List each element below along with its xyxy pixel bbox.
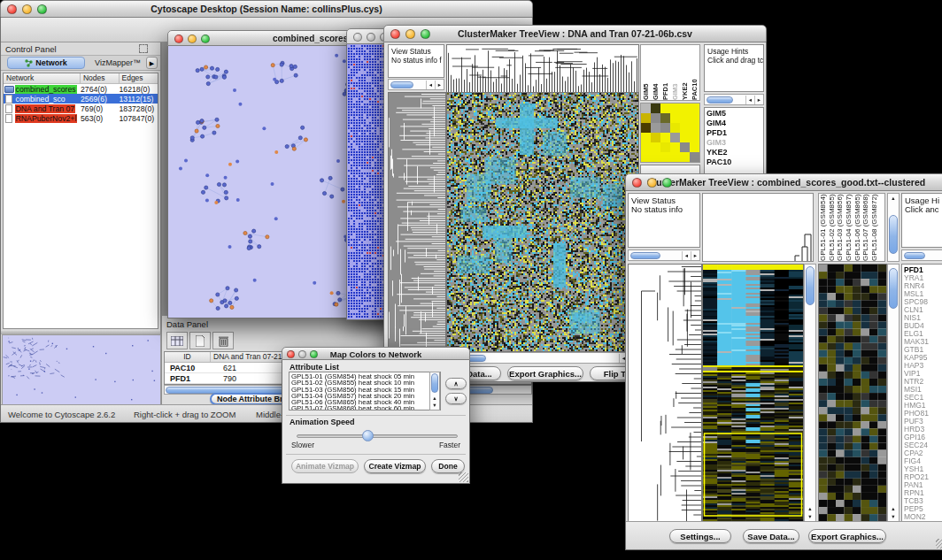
slider-thumb[interactable] xyxy=(362,430,374,441)
gene-label[interactable]: YKE2 xyxy=(705,148,763,157)
data-panel-delete-icon[interactable] xyxy=(212,332,234,349)
scroll-up-icon[interactable]: ▴ xyxy=(805,505,815,512)
matrix-cell[interactable] xyxy=(660,104,670,113)
tv2-heatmap[interactable] xyxy=(702,264,804,522)
close-button[interactable] xyxy=(287,350,295,358)
scroll-down-icon[interactable]: ▾ xyxy=(805,513,815,520)
matrix-cell[interactable] xyxy=(641,133,651,142)
minimize-button[interactable] xyxy=(22,4,32,14)
network-list-row[interactable]: RNAPuberNov2+l563(0)107847(0) xyxy=(4,113,158,123)
tv2-status-hscrollbar[interactable]: ◂ ▸ xyxy=(628,249,700,261)
matrix-cell[interactable] xyxy=(651,142,660,152)
close-button[interactable] xyxy=(632,178,642,188)
dialog-titlebar[interactable]: Map Colors to Network xyxy=(282,347,470,360)
tv1-export-graphics-button[interactable]: Export Graphics... xyxy=(507,366,583,380)
matrix-cell[interactable] xyxy=(651,104,660,113)
matrix-cell[interactable] xyxy=(670,104,680,113)
tv2-genelist-vscrollbar[interactable]: ▴ ▾ xyxy=(887,264,900,522)
gene-label[interactable]: MON2 xyxy=(902,513,942,521)
matrix-cell[interactable] xyxy=(680,133,690,142)
matrix-cell[interactable] xyxy=(641,104,651,113)
matrix-cell[interactable] xyxy=(680,104,690,113)
tv2-hints-hscrollbar[interactable] xyxy=(901,249,942,261)
gene-label[interactable]: GIM3 xyxy=(705,138,763,148)
treeview2-titlebar[interactable]: ClusterMaker TreeView : combined_scores_… xyxy=(625,173,942,191)
attribute-list-vscrollbar[interactable]: ▴ ▾ xyxy=(429,372,440,410)
tv2-export-graphics-button[interactable]: Export Graphics... xyxy=(808,529,886,543)
network-list-row[interactable]: combined_scores2764(0)16218(0) xyxy=(4,84,158,94)
tv1-heatmap-hscrollbar[interactable]: ◂ ▸ xyxy=(446,352,637,364)
tab-network[interactable]: Network xyxy=(7,57,85,69)
resize-grip[interactable] xyxy=(936,539,942,548)
zoom-button[interactable] xyxy=(421,29,430,39)
done-button[interactable]: Done xyxy=(431,459,465,473)
scroll-right-icon[interactable]: ▸ xyxy=(691,251,699,260)
gene-label[interactable]: GIM4 xyxy=(705,119,763,128)
matrix-cell[interactable] xyxy=(651,123,660,133)
network-list-header-network[interactable]: Network xyxy=(4,73,81,83)
tv1-status-hscrollbar[interactable]: ◂ ▸ xyxy=(388,79,444,90)
close-button[interactable] xyxy=(174,35,183,43)
matrix-cell[interactable] xyxy=(660,133,670,142)
matrix-cell[interactable] xyxy=(651,133,660,142)
matrix-cell[interactable] xyxy=(680,142,690,152)
gene-label[interactable]: GIM5 xyxy=(705,109,763,119)
network-list-row[interactable]: combined_sco2569(6)13112(15) xyxy=(4,94,158,104)
tv1-heatmap[interactable] xyxy=(446,92,639,352)
tv2-zoom-heatmap[interactable] xyxy=(818,264,887,522)
tv2-heatmap-vscrollbar[interactable]: ▴ ▾ xyxy=(804,264,816,522)
attribute-down-button[interactable]: ∨ xyxy=(445,393,467,404)
matrix-cell[interactable] xyxy=(690,104,699,113)
minimize-button[interactable] xyxy=(298,350,306,358)
create-vizmap-button[interactable]: Create Vizmap xyxy=(364,459,426,473)
scroll-left-icon[interactable]: ◂ xyxy=(745,96,754,104)
scroll-down-icon[interactable]: ▾ xyxy=(888,513,899,520)
tab-vizmapper[interactable]: VizMapper™ xyxy=(89,57,147,69)
matrix-cell[interactable] xyxy=(670,123,680,133)
matrix-cell[interactable] xyxy=(690,133,699,142)
minimize-button[interactable] xyxy=(367,33,375,42)
float-panel-icon[interactable] xyxy=(139,44,148,53)
matrix-cell[interactable] xyxy=(670,152,680,162)
matrix-cell[interactable] xyxy=(680,152,690,162)
minimize-button[interactable] xyxy=(647,178,657,188)
scroll-right-icon[interactable]: ▸ xyxy=(754,96,763,104)
tv2-column-dendrogram-area[interactable] xyxy=(702,193,814,262)
matrix-cell[interactable] xyxy=(690,152,699,162)
scroll-right-icon[interactable]: ▸ xyxy=(435,81,444,89)
data-panel-new-icon[interactable] xyxy=(189,332,211,349)
matrix-cell[interactable] xyxy=(660,113,670,123)
tv2-settings-button[interactable]: Settings... xyxy=(669,529,731,543)
matrix-cell[interactable] xyxy=(680,123,690,133)
matrix-cell[interactable] xyxy=(651,152,660,162)
animation-speed-slider[interactable] xyxy=(297,434,458,438)
tv2-labels-vscrollbar[interactable]: ▴ xyxy=(887,193,900,262)
matrix-cell[interactable] xyxy=(641,113,651,123)
network-list-rows[interactable]: combined_scores2764(0)16218(0)combined_s… xyxy=(4,84,158,123)
scroll-up-icon[interactable]: ▴ xyxy=(888,505,899,512)
close-button[interactable] xyxy=(390,29,400,39)
matrix-cell[interactable] xyxy=(641,152,651,162)
matrix-cell[interactable] xyxy=(641,123,651,133)
tv2-row-dendrogram[interactable] xyxy=(628,264,702,522)
tv1-hints-hscrollbar[interactable]: ◂ ▸ xyxy=(704,94,764,105)
cytoscape-titlebar[interactable]: Cytoscape Desktop (Session Name: collins… xyxy=(0,0,533,18)
close-button[interactable] xyxy=(7,4,17,14)
tv1-similarity-matrix[interactable] xyxy=(640,103,700,163)
attr-col-id[interactable]: ID xyxy=(165,352,211,362)
network-list-header-edges[interactable]: Edges xyxy=(120,73,158,83)
zoom-button[interactable] xyxy=(310,350,318,358)
gene-label[interactable]: PAC10 xyxy=(705,157,763,167)
scroll-left-icon[interactable]: ◂ xyxy=(682,251,691,260)
data-panel-table-icon[interactable] xyxy=(166,332,188,349)
tv1-row-dendrogram[interactable] xyxy=(388,92,446,364)
network-list-row[interactable]: DNA and Tran 07769(0)183728(0) xyxy=(4,104,158,113)
matrix-cell[interactable] xyxy=(690,142,699,152)
close-button[interactable] xyxy=(353,33,362,42)
attribute-list-item[interactable]: GPL51-07 (GSM868) heat shock 60 min xyxy=(290,405,440,410)
scroll-up-icon[interactable]: ▴ xyxy=(430,395,439,402)
gene-label[interactable]: PFD1 xyxy=(705,128,763,138)
scroll-up-icon[interactable]: ▴ xyxy=(888,195,899,202)
animate-vizmap-button[interactable]: Animate Vizmap xyxy=(291,459,359,473)
matrix-cell[interactable] xyxy=(690,113,699,123)
